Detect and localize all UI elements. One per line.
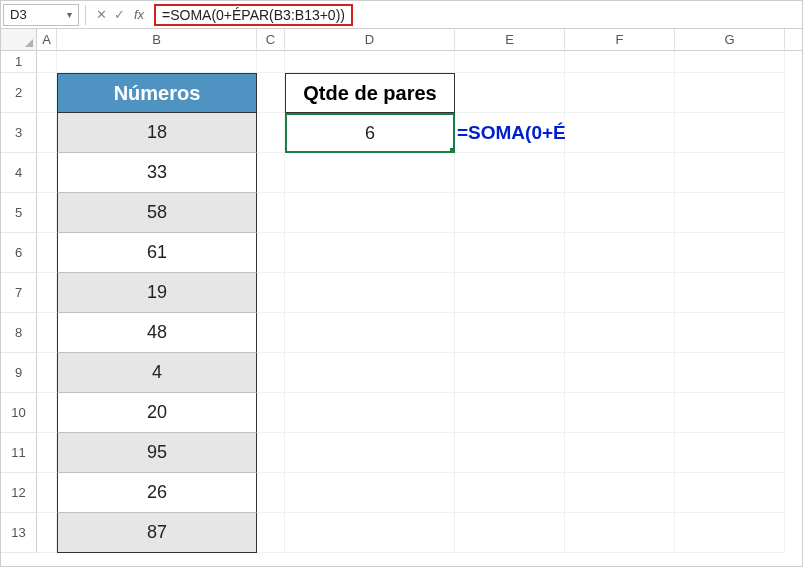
cell[interactable] [565, 473, 675, 513]
cell[interactable] [675, 193, 785, 233]
cell-numero[interactable]: 61 [57, 233, 257, 273]
row-header[interactable]: 11 [1, 433, 37, 473]
cell[interactable] [455, 273, 565, 313]
cell[interactable] [565, 233, 675, 273]
fx-icon[interactable]: fx [128, 7, 150, 22]
cell[interactable] [57, 51, 257, 73]
row-header[interactable]: 1 [1, 51, 37, 73]
cell-numero[interactable]: 20 [57, 393, 257, 433]
cell[interactable] [285, 353, 455, 393]
cell[interactable] [37, 353, 57, 393]
cell[interactable] [455, 313, 565, 353]
cell[interactable] [675, 433, 785, 473]
cell[interactable] [37, 393, 57, 433]
cell[interactable] [257, 513, 285, 553]
cell[interactable] [675, 393, 785, 433]
col-header-B[interactable]: B [57, 29, 257, 50]
cell[interactable] [37, 473, 57, 513]
cell[interactable] [257, 73, 285, 113]
row-header[interactable]: 10 [1, 393, 37, 433]
cell[interactable]: =SOMA(0+ÉPAR(B3:B13+0)) [455, 113, 565, 153]
cell[interactable] [257, 113, 285, 153]
cell[interactable] [285, 513, 455, 553]
cell[interactable] [257, 273, 285, 313]
name-box[interactable]: D3 ▾ [3, 4, 79, 26]
cell-numero[interactable]: 33 [57, 153, 257, 193]
header-numeros[interactable]: Números [57, 73, 257, 113]
cell[interactable] [565, 393, 675, 433]
col-header-D[interactable]: D [285, 29, 455, 50]
col-header-E[interactable]: E [455, 29, 565, 50]
cell[interactable] [675, 313, 785, 353]
cell[interactable] [257, 51, 285, 73]
cell[interactable] [37, 273, 57, 313]
cell[interactable] [565, 353, 675, 393]
cell[interactable] [257, 313, 285, 353]
cell-numero[interactable]: 95 [57, 433, 257, 473]
cell[interactable] [285, 433, 455, 473]
cell[interactable] [37, 433, 57, 473]
cell[interactable] [37, 513, 57, 553]
row-header[interactable]: 7 [1, 273, 37, 313]
select-all-corner[interactable] [1, 29, 37, 50]
cell[interactable] [37, 153, 57, 193]
cell[interactable] [565, 273, 675, 313]
cell[interactable] [565, 113, 675, 153]
cell-numero[interactable]: 18 [57, 113, 257, 153]
cell[interactable] [37, 313, 57, 353]
cell[interactable] [455, 51, 565, 73]
cell[interactable] [675, 473, 785, 513]
cell[interactable] [565, 51, 675, 73]
cell[interactable] [37, 73, 57, 113]
cell[interactable] [257, 473, 285, 513]
cell[interactable] [675, 233, 785, 273]
cell[interactable] [675, 353, 785, 393]
cell[interactable] [285, 193, 455, 233]
cell[interactable] [285, 313, 455, 353]
cell-numero[interactable]: 26 [57, 473, 257, 513]
cell[interactable] [285, 393, 455, 433]
row-header[interactable]: 8 [1, 313, 37, 353]
cell[interactable] [455, 193, 565, 233]
cancel-icon[interactable]: ✕ [92, 7, 110, 22]
row-header[interactable]: 3 [1, 113, 37, 153]
row-header[interactable]: 6 [1, 233, 37, 273]
cell[interactable] [455, 353, 565, 393]
cell[interactable] [285, 273, 455, 313]
row-header[interactable]: 9 [1, 353, 37, 393]
cell[interactable] [565, 153, 675, 193]
cell[interactable] [455, 473, 565, 513]
cell[interactable] [675, 153, 785, 193]
cell[interactable] [675, 513, 785, 553]
cell[interactable] [37, 113, 57, 153]
cell[interactable] [285, 473, 455, 513]
cell-numero[interactable]: 4 [57, 353, 257, 393]
cell[interactable] [675, 51, 785, 73]
cell[interactable] [37, 193, 57, 233]
cell[interactable] [257, 193, 285, 233]
cell[interactable] [257, 433, 285, 473]
cell[interactable] [257, 233, 285, 273]
cell[interactable] [37, 233, 57, 273]
cell-numero[interactable]: 48 [57, 313, 257, 353]
header-qtde[interactable]: Qtde de pares [285, 73, 455, 113]
cell[interactable] [565, 433, 675, 473]
col-header-C[interactable]: C [257, 29, 285, 50]
cell[interactable] [455, 73, 565, 113]
cell[interactable] [37, 51, 57, 73]
col-header-F[interactable]: F [565, 29, 675, 50]
cell[interactable] [455, 433, 565, 473]
cell[interactable] [455, 513, 565, 553]
enter-icon[interactable]: ✓ [110, 7, 128, 22]
row-header[interactable]: 5 [1, 193, 37, 233]
cell-numero[interactable]: 58 [57, 193, 257, 233]
row-header[interactable]: 2 [1, 73, 37, 113]
cell[interactable] [675, 273, 785, 313]
row-header[interactable]: 4 [1, 153, 37, 193]
cell[interactable] [565, 313, 675, 353]
col-header-G[interactable]: G [675, 29, 785, 50]
cell[interactable] [565, 193, 675, 233]
cell[interactable] [257, 153, 285, 193]
cell[interactable] [257, 393, 285, 433]
cell[interactable] [285, 233, 455, 273]
